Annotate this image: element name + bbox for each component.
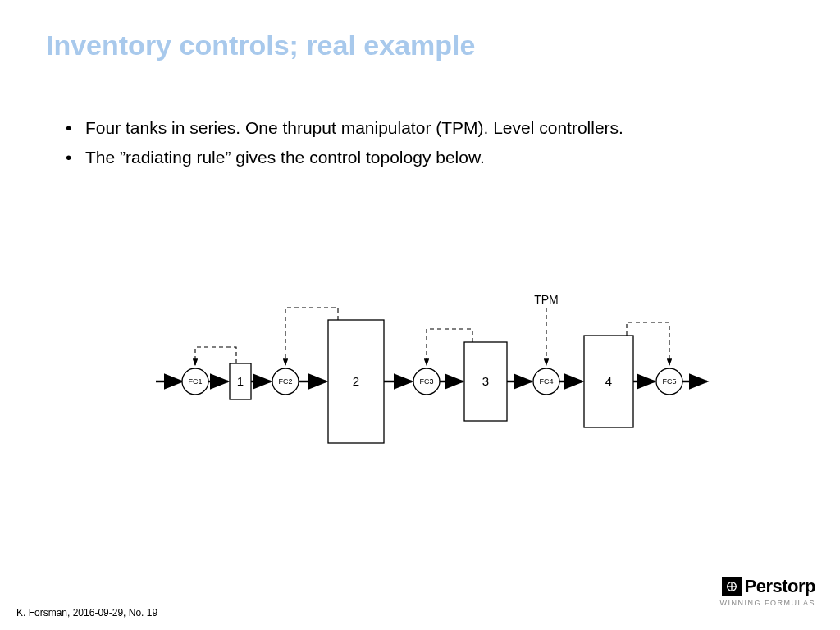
fc2-label: FC2: [278, 377, 292, 386]
fc3-label: FC3: [419, 377, 433, 386]
bullet-dot: •: [66, 143, 85, 172]
fc5-label: FC5: [662, 377, 676, 386]
tpm-label: TPM: [534, 293, 559, 306]
bullet-text: Four tanks in series. One thruput manipu…: [85, 113, 623, 143]
bullet-item: • Four tanks in series. One thruput mani…: [66, 113, 623, 143]
bullet-item: • The ”radiating rule” gives the control…: [66, 143, 623, 172]
slide-title: Inventory controls; real example: [46, 30, 475, 62]
slide-footer: K. Forsman, 2016-09-29, No. 19: [16, 607, 158, 619]
fc4-label: FC4: [539, 377, 553, 386]
logo-mark-icon: [722, 577, 742, 596]
tank2-label: 2: [353, 374, 359, 388]
bullet-text: The ”radiating rule” gives the control t…: [85, 143, 485, 172]
fc1-label: FC1: [188, 377, 202, 386]
bullet-list: • Four tanks in series. One thruput mani…: [66, 113, 623, 171]
logo-name: Perstorp: [745, 576, 815, 597]
process-diagram: FC1 1 FC2 2 FC3 3: [139, 275, 714, 472]
brand-logo: Perstorp WINNING FORMULAS: [719, 576, 815, 607]
logo-tagline: WINNING FORMULAS: [719, 599, 815, 607]
bullet-dot: •: [66, 113, 85, 143]
tank1-label: 1: [237, 374, 244, 388]
tank4-label: 4: [605, 374, 612, 388]
tank3-label: 3: [482, 374, 489, 388]
